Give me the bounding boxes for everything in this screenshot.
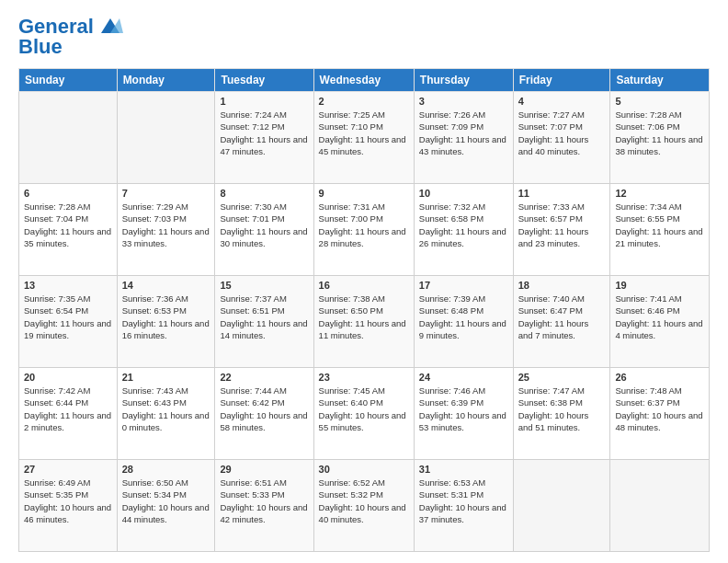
daylight-text: Daylight: 10 hours and 53 minutes.: [419, 409, 508, 434]
day-number: 25: [518, 372, 606, 383]
calendar-cell: [117, 92, 215, 184]
sunrise-text: Sunrise: 7:27 AM: [518, 109, 606, 121]
sunrise-text: Sunrise: 7:42 AM: [24, 385, 112, 396]
daylight-text: Daylight: 10 hours and 37 minutes.: [419, 501, 508, 526]
day-number: 4: [518, 96, 606, 107]
daylight-text: Daylight: 10 hours and 40 minutes.: [319, 501, 409, 526]
daylight-text: Daylight: 11 hours and 9 minutes.: [419, 317, 508, 342]
sunset-text: Sunset: 5:33 PM: [220, 488, 308, 500]
sunrise-text: Sunrise: 6:53 AM: [419, 477, 508, 488]
daylight-text: Daylight: 10 hours and 58 minutes.: [220, 409, 308, 434]
weekday-header-sunday: Sunday: [19, 69, 118, 92]
day-number: 14: [122, 280, 210, 291]
daylight-text: Daylight: 11 hours and 21 minutes.: [615, 225, 704, 250]
sunset-text: Sunset: 6:46 PM: [615, 304, 704, 316]
calendar-cell: 23Sunrise: 7:45 AMSunset: 6:40 PMDayligh…: [313, 368, 414, 460]
day-number: 12: [615, 188, 704, 199]
sunrise-text: Sunrise: 7:48 AM: [615, 385, 704, 396]
day-number: 9: [319, 188, 409, 199]
day-number: 24: [419, 372, 508, 383]
sunrise-text: Sunrise: 7:33 AM: [518, 201, 606, 213]
logo-blue: Blue: [18, 35, 63, 59]
daylight-text: Daylight: 10 hours and 51 minutes.: [518, 409, 606, 434]
week-row-3: 13Sunrise: 7:35 AMSunset: 6:54 PMDayligh…: [19, 276, 710, 368]
sunset-text: Sunset: 7:01 PM: [220, 213, 308, 224]
daylight-text: Daylight: 11 hours and 35 minutes.: [24, 225, 112, 250]
sunrise-text: Sunrise: 7:39 AM: [419, 293, 508, 304]
calendar-cell: 30Sunrise: 6:52 AMSunset: 5:32 PMDayligh…: [313, 460, 414, 552]
calendar-cell: 6Sunrise: 7:28 AMSunset: 7:04 PMDaylight…: [19, 184, 118, 276]
daylight-text: Daylight: 11 hours and 28 minutes.: [319, 225, 409, 250]
sunrise-text: Sunrise: 7:30 AM: [220, 201, 308, 213]
week-row-2: 6Sunrise: 7:28 AMSunset: 7:04 PMDaylight…: [19, 184, 710, 276]
calendar-cell: 14Sunrise: 7:36 AMSunset: 6:53 PMDayligh…: [117, 276, 215, 368]
calendar-cell: 18Sunrise: 7:40 AMSunset: 6:47 PMDayligh…: [513, 276, 610, 368]
sunset-text: Sunset: 5:31 PM: [419, 488, 508, 500]
calendar-cell: 10Sunrise: 7:32 AMSunset: 6:58 PMDayligh…: [414, 184, 513, 276]
sunrise-text: Sunrise: 7:37 AM: [220, 293, 308, 304]
daylight-text: Daylight: 10 hours and 42 minutes.: [220, 501, 308, 526]
sunrise-text: Sunrise: 7:45 AM: [319, 385, 409, 396]
day-number: 6: [24, 188, 112, 199]
sunset-text: Sunset: 6:55 PM: [615, 213, 704, 224]
week-row-1: 1Sunrise: 7:24 AMSunset: 7:12 PMDaylight…: [19, 92, 710, 184]
sunset-text: Sunset: 6:38 PM: [518, 396, 606, 408]
daylight-text: Daylight: 10 hours and 46 minutes.: [24, 501, 112, 526]
sunset-text: Sunset: 7:10 PM: [319, 121, 409, 132]
calendar-cell: 12Sunrise: 7:34 AMSunset: 6:55 PMDayligh…: [610, 184, 710, 276]
daylight-text: Daylight: 11 hours and 23 minutes.: [518, 225, 606, 250]
daylight-text: Daylight: 10 hours and 44 minutes.: [122, 501, 210, 526]
sunrise-text: Sunrise: 7:29 AM: [122, 201, 210, 213]
calendar-cell: 26Sunrise: 7:48 AMSunset: 6:37 PMDayligh…: [610, 368, 710, 460]
day-number: 13: [24, 280, 112, 291]
sunset-text: Sunset: 7:04 PM: [24, 213, 112, 224]
sunset-text: Sunset: 6:42 PM: [220, 396, 308, 408]
daylight-text: Daylight: 11 hours and 38 minutes.: [615, 133, 704, 158]
calendar-cell: 20Sunrise: 7:42 AMSunset: 6:44 PMDayligh…: [19, 368, 118, 460]
day-number: 15: [220, 280, 308, 291]
day-number: 26: [615, 372, 704, 383]
sunrise-text: Sunrise: 6:52 AM: [319, 477, 409, 488]
sunset-text: Sunset: 7:09 PM: [419, 121, 508, 132]
calendar-cell: [610, 460, 710, 552]
sunset-text: Sunset: 6:40 PM: [319, 396, 409, 408]
weekday-header-friday: Friday: [513, 69, 610, 92]
calendar-cell: 9Sunrise: 7:31 AMSunset: 7:00 PMDaylight…: [313, 184, 414, 276]
sunset-text: Sunset: 6:48 PM: [419, 304, 508, 316]
sunrise-text: Sunrise: 7:41 AM: [615, 293, 704, 304]
sunrise-text: Sunrise: 6:50 AM: [122, 477, 210, 488]
sunset-text: Sunset: 5:34 PM: [122, 488, 210, 500]
calendar-cell: 5Sunrise: 7:28 AMSunset: 7:06 PMDaylight…: [610, 92, 710, 184]
sunrise-text: Sunrise: 7:35 AM: [24, 293, 112, 304]
week-row-4: 20Sunrise: 7:42 AMSunset: 6:44 PMDayligh…: [19, 368, 710, 460]
day-number: 16: [319, 280, 409, 291]
day-number: 7: [122, 188, 210, 199]
daylight-text: Daylight: 10 hours and 48 minutes.: [615, 409, 704, 434]
calendar-cell: [19, 92, 118, 184]
day-number: 23: [319, 372, 409, 383]
sunset-text: Sunset: 5:35 PM: [24, 488, 112, 500]
calendar-cell: 4Sunrise: 7:27 AMSunset: 7:07 PMDaylight…: [513, 92, 610, 184]
calendar-cell: 29Sunrise: 6:51 AMSunset: 5:33 PMDayligh…: [215, 460, 313, 552]
sunset-text: Sunset: 6:54 PM: [24, 304, 112, 316]
weekday-header-tuesday: Tuesday: [215, 69, 313, 92]
week-row-5: 27Sunrise: 6:49 AMSunset: 5:35 PMDayligh…: [19, 460, 710, 552]
day-number: 20: [24, 372, 112, 383]
daylight-text: Daylight: 11 hours and 26 minutes.: [419, 225, 508, 250]
day-number: 2: [319, 96, 409, 107]
daylight-text: Daylight: 11 hours and 14 minutes.: [220, 317, 308, 342]
weekday-header-monday: Monday: [117, 69, 215, 92]
sunrise-text: Sunrise: 7:46 AM: [419, 385, 508, 396]
sunset-text: Sunset: 6:51 PM: [220, 304, 308, 316]
day-number: 27: [24, 464, 112, 475]
calendar-cell: 16Sunrise: 7:38 AMSunset: 6:50 PMDayligh…: [313, 276, 414, 368]
day-number: 11: [518, 188, 606, 199]
sunrise-text: Sunrise: 7:47 AM: [518, 385, 606, 396]
day-number: 10: [419, 188, 508, 199]
calendar-cell: 13Sunrise: 7:35 AMSunset: 6:54 PMDayligh…: [19, 276, 118, 368]
sunset-text: Sunset: 7:07 PM: [518, 121, 606, 132]
sunset-text: Sunset: 6:47 PM: [518, 304, 606, 316]
day-number: 19: [615, 280, 704, 291]
sunset-text: Sunset: 6:37 PM: [615, 396, 704, 408]
calendar-cell: 15Sunrise: 7:37 AMSunset: 6:51 PMDayligh…: [215, 276, 313, 368]
